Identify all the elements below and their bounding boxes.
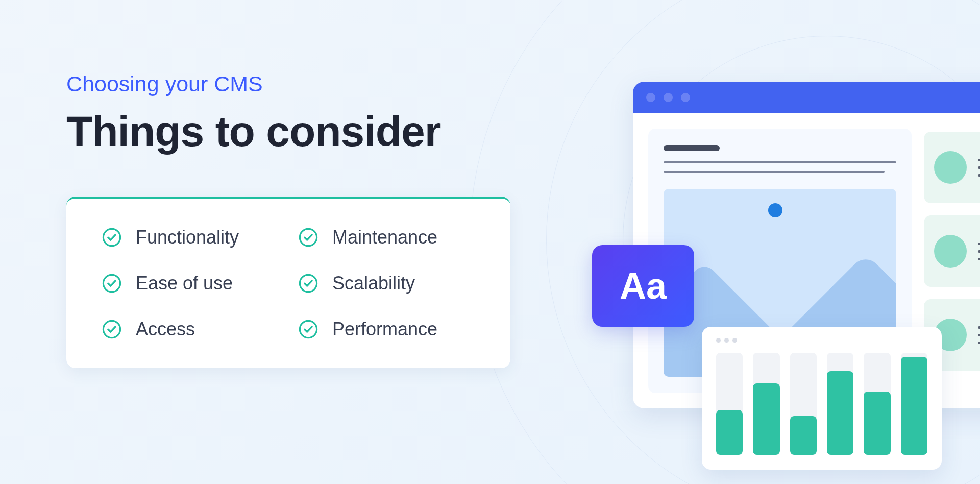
bar-slot xyxy=(790,353,817,455)
placeholder-line xyxy=(978,174,980,177)
bar-fill xyxy=(864,392,890,455)
bar-fill xyxy=(827,371,853,455)
list-item xyxy=(924,215,980,287)
avatar-placeholder xyxy=(934,151,967,184)
placeholder-lines xyxy=(978,243,980,260)
window-dot-icon xyxy=(716,338,721,343)
placeholder-line xyxy=(978,166,980,169)
placeholder-line xyxy=(978,334,980,336)
bar-chart-card xyxy=(702,327,942,470)
checklist-item: Functionality xyxy=(102,227,278,248)
bar-fill xyxy=(790,416,817,455)
placeholder-line xyxy=(978,243,980,245)
placeholder-line xyxy=(978,250,980,253)
browser-titlebar xyxy=(633,82,980,113)
page-title: Things to consider xyxy=(66,107,526,156)
check-circle-icon xyxy=(102,274,121,293)
checklist-label: Maintenance xyxy=(332,227,437,248)
checklist-card: Functionality Maintenance Ease of use Sc… xyxy=(66,197,510,368)
placeholder-line xyxy=(664,161,896,163)
placeholder-lines xyxy=(978,159,980,177)
sun-icon xyxy=(768,203,782,217)
list-item xyxy=(924,132,980,203)
placeholder-line xyxy=(978,258,980,260)
bar-fill xyxy=(753,383,779,455)
check-circle-icon xyxy=(102,228,121,247)
checklist-label: Ease of use xyxy=(136,273,233,294)
check-circle-icon xyxy=(299,320,318,339)
check-circle-icon xyxy=(299,228,318,247)
bar-slot xyxy=(716,353,743,455)
window-dots xyxy=(716,338,927,343)
placeholder-lines xyxy=(978,326,980,344)
checklist-label: Access xyxy=(136,319,195,340)
bar-slot xyxy=(901,353,927,455)
checklist-item: Performance xyxy=(299,319,475,340)
window-dot-icon xyxy=(646,93,655,102)
bar-slot xyxy=(827,353,853,455)
window-dot-icon xyxy=(732,338,737,343)
eyebrow: Choosing your CMS xyxy=(66,71,526,96)
checklist-item: Access xyxy=(102,319,278,340)
hero-text-block: Choosing your CMS Things to consider xyxy=(66,71,526,156)
placeholder-line xyxy=(978,159,980,161)
bar-fill xyxy=(901,357,927,455)
checklist-item: Ease of use xyxy=(102,273,278,294)
illustration-group: Aa xyxy=(592,82,980,449)
bar-slot xyxy=(864,353,890,455)
window-dot-icon xyxy=(681,93,690,102)
checklist-label: Scalability xyxy=(332,273,415,294)
typography-badge: Aa xyxy=(592,245,694,327)
placeholder-heading xyxy=(664,145,720,151)
check-circle-icon xyxy=(299,274,318,293)
checklist-item: Scalability xyxy=(299,273,475,294)
chart-bars xyxy=(716,353,927,455)
placeholder-line xyxy=(664,171,885,173)
checklist-label: Performance xyxy=(332,319,437,340)
placeholder-line xyxy=(978,326,980,329)
checklist-label: Functionality xyxy=(136,227,239,248)
bar-slot xyxy=(753,353,779,455)
window-dot-icon xyxy=(724,338,729,343)
bar-fill xyxy=(716,410,743,455)
check-circle-icon xyxy=(102,320,121,339)
avatar-placeholder xyxy=(934,235,967,268)
checklist-item: Maintenance xyxy=(299,227,475,248)
window-dot-icon xyxy=(664,93,673,102)
placeholder-line xyxy=(978,342,980,344)
